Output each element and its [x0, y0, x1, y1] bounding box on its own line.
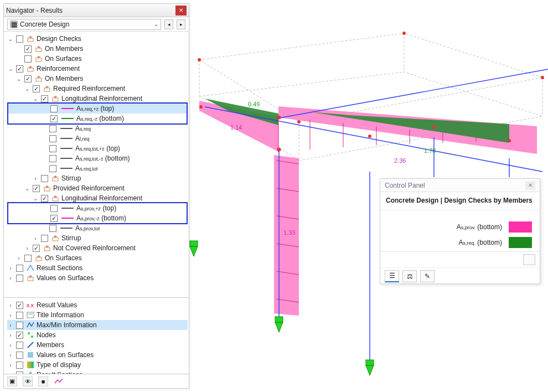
tree-checkbox[interactable] — [24, 255, 32, 262]
tree-item[interactable]: ›Stirrup — [7, 233, 188, 243]
tree-checkbox[interactable] — [49, 165, 56, 172]
tree-checkbox[interactable] — [24, 45, 32, 53]
tree-item[interactable]: ›Type of display — [7, 360, 188, 370]
tree-item[interactable]: ⌄Required Reinforcement — [7, 84, 188, 94]
tree-item[interactable]: ⌄On Members — [7, 74, 188, 84]
tree-item[interactable]: ·As,req — [7, 123, 188, 133]
tree-checkbox[interactable] — [50, 105, 58, 112]
tree-caret[interactable]: › — [24, 245, 30, 251]
tree-checkbox[interactable] — [16, 275, 23, 282]
tree-item[interactable]: ›Values on Surfaces — [7, 350, 188, 360]
tree-checkbox[interactable] — [50, 215, 58, 222]
tree-item[interactable]: ·As,req,tot,+z (top) — [7, 143, 188, 153]
tree-item[interactable]: ›Result Sections — [7, 370, 188, 374]
tree-caret[interactable]: › — [7, 302, 14, 308]
tree-caret[interactable]: ⌄ — [32, 195, 39, 202]
tree-item[interactable]: ›Result Sections — [7, 263, 188, 273]
tree-item[interactable]: ·On Surfaces — [7, 54, 188, 64]
tree-caret[interactable]: › — [7, 322, 14, 328]
tree-checkbox[interactable] — [33, 185, 40, 192]
tree-checkbox[interactable] — [49, 225, 56, 232]
panel-titlebar[interactable]: Navigator - Results ✕ — [4, 4, 189, 17]
tree-item[interactable]: ›x.xResult Values — [7, 300, 188, 310]
tree-caret[interactable]: › — [7, 275, 14, 281]
tree-checkbox[interactable] — [16, 332, 23, 339]
display-options-tree[interactable]: ›x.xResult Values›Title Information›Max/… — [4, 297, 189, 374]
tree-item[interactable]: ·As,req,-z (bottom) — [8, 114, 187, 123]
tree-checkbox[interactable] — [16, 362, 23, 369]
tree-checkbox[interactable] — [24, 55, 32, 63]
tree-caret[interactable]: ⌄ — [32, 96, 39, 102]
tree-checkbox[interactable] — [16, 65, 23, 73]
tree-caret[interactable]: › — [32, 176, 39, 182]
tree-checkbox[interactable] — [50, 115, 58, 122]
tree-checkbox[interactable] — [49, 135, 56, 142]
tree-item[interactable]: ⌄Design Checks — [7, 34, 188, 44]
tree-item[interactable]: ·As,req,+z (top) — [8, 104, 187, 114]
eye-icon[interactable]: 👁 — [23, 376, 33, 386]
tree-item[interactable]: ·As,prov,+z (top) — [8, 203, 187, 213]
tree-checkbox[interactable] — [49, 145, 56, 152]
tree-checkbox[interactable] — [16, 35, 23, 43]
close-button[interactable]: ✕ — [175, 6, 187, 16]
tree-item[interactable]: ⌄Reinforcement — [7, 64, 188, 74]
tree-checkbox[interactable] — [49, 155, 56, 162]
tree-item[interactable]: ›Nodes — [7, 330, 188, 340]
tree-checkbox[interactable] — [49, 125, 56, 132]
tree-caret[interactable]: ⌄ — [24, 86, 30, 92]
nav-back-button[interactable]: ◂ — [164, 19, 173, 29]
tree-caret[interactable]: ⌄ — [24, 185, 30, 192]
tree-caret[interactable]: ⌄ — [15, 76, 22, 82]
tree-checkbox[interactable] — [33, 245, 40, 252]
tree-caret[interactable]: › — [7, 362, 14, 368]
tree-checkbox[interactable] — [16, 312, 23, 319]
tree-item[interactable]: ·As,prov,-z (bottom) — [8, 213, 187, 223]
tree-item[interactable]: ›Max/Min Information — [7, 320, 188, 330]
tree-caret[interactable]: ⌄ — [7, 66, 14, 72]
tree-caret[interactable]: › — [7, 332, 14, 338]
tree-checkbox[interactable] — [16, 302, 23, 309]
tree-checkbox[interactable] — [16, 352, 23, 359]
tree-caret[interactable]: › — [7, 342, 14, 348]
tree-checkbox[interactable] — [16, 265, 23, 272]
camera-icon[interactable]: ■ — [38, 376, 48, 386]
tree-checkbox[interactable] — [16, 322, 23, 329]
tree-item[interactable]: ›Values on Surfaces — [7, 273, 188, 283]
nav-fwd-button[interactable]: ▸ — [177, 19, 185, 29]
results-tree[interactable]: ⌄Design Checks·On Members·On Surfaces⌄Re… — [4, 32, 189, 297]
tree-item[interactable]: ›Not Covered Reinforcement — [7, 243, 188, 253]
tree-item[interactable]: ·As,req,tot — [7, 163, 188, 173]
tree-item[interactable]: ·On Members — [7, 44, 188, 54]
control-panel[interactable]: Control Panel ✕ Concrete Design | Design… — [380, 178, 540, 284]
tree-checkbox[interactable] — [41, 175, 48, 182]
tab-balance-icon[interactable]: ⚖ — [402, 270, 417, 282]
settings-button[interactable] — [523, 254, 535, 265]
tree-item[interactable]: ·As,prov,tot — [7, 223, 188, 233]
tree-caret[interactable]: › — [15, 255, 22, 261]
tab-list-icon[interactable]: ☰ — [385, 270, 399, 282]
tree-caret[interactable]: ⌄ — [7, 36, 14, 42]
graph-icon[interactable] — [54, 376, 64, 386]
tree-item[interactable]: ›Title Information — [7, 310, 188, 320]
tree-item[interactable]: ⌄Provided Reinforcement — [7, 183, 188, 193]
tab-edit-icon[interactable]: ✎ — [420, 270, 435, 282]
tree-item[interactable]: ›On Surfaces — [7, 253, 188, 263]
tree-item[interactable]: ›Stirrup — [7, 173, 188, 183]
category-combo[interactable]: ▦ Concrete Design ⌄ — [7, 19, 161, 30]
tree-caret[interactable]: › — [7, 352, 14, 358]
tree-caret[interactable]: › — [7, 312, 14, 318]
tree-item[interactable]: ›Members — [7, 340, 188, 350]
control-panel-titlebar[interactable]: Control Panel ✕ — [380, 179, 540, 192]
tree-caret[interactable]: › — [7, 265, 14, 271]
tree-item[interactable]: ·As,req,tot,-z (bottom) — [7, 153, 188, 163]
tree-item[interactable]: ·Al,req — [7, 133, 188, 143]
tree-checkbox[interactable] — [50, 205, 58, 212]
views-icon[interactable]: ▣ — [7, 376, 17, 386]
tree-caret[interactable]: › — [32, 235, 39, 241]
tree-checkbox[interactable] — [41, 95, 48, 102]
tree-checkbox[interactable] — [41, 235, 48, 242]
tree-checkbox[interactable] — [41, 195, 48, 202]
close-icon[interactable]: ✕ — [525, 181, 535, 190]
tree-checkbox[interactable] — [33, 85, 40, 92]
tree-checkbox[interactable] — [24, 75, 32, 82]
